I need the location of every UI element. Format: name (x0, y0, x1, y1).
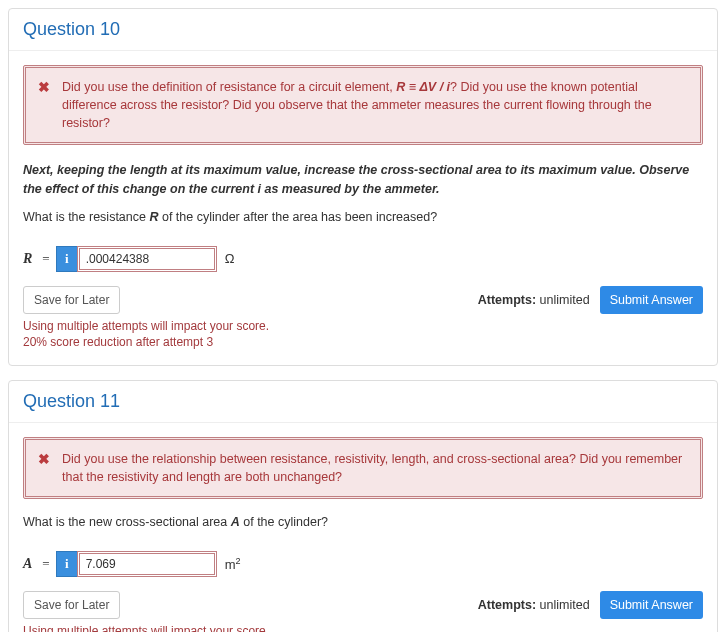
unit-label: Ω (225, 251, 235, 266)
feedback-box: ✖ Did you use the relationship between r… (23, 437, 703, 499)
question-body: ✖ Did you use the relationship between r… (9, 423, 717, 632)
instruction-text: Next, keeping the length at its maximum … (23, 161, 703, 197)
info-button[interactable]: i (56, 551, 78, 577)
submit-answer-button[interactable]: Submit Answer (600, 286, 703, 314)
incorrect-icon: ✖ (38, 79, 50, 95)
submit-answer-button[interactable]: Submit Answer (600, 591, 703, 619)
answer-lhs: R (23, 251, 32, 267)
prompt-post: of the cylinder? (240, 515, 328, 529)
attempts-label: Attempts: (478, 293, 536, 307)
question-header: Question 11 (9, 381, 717, 423)
answer-input[interactable] (77, 551, 217, 577)
right-actions: Attempts: unlimited Submit Answer (478, 591, 703, 619)
info-button[interactable]: i (56, 246, 78, 272)
feedback-pre: Did you use the definition of resistance… (62, 80, 396, 94)
save-for-later-button[interactable]: Save for Later (23, 286, 120, 314)
feedback-text: Did you use the relationship between res… (62, 450, 688, 486)
attempts-text: Attempts: unlimited (478, 598, 590, 612)
question-title: Question 11 (23, 391, 120, 411)
feedback-formula: R ≡ ΔV / i (396, 80, 450, 94)
answer-row: A = i m2 (23, 551, 703, 577)
prompt-symbol: A (231, 515, 240, 529)
question-header: Question 10 (9, 9, 717, 51)
attempts-label: Attempts: (478, 598, 536, 612)
question-10-block: Question 10 ✖ Did you use the definition… (8, 8, 718, 366)
answer-lhs: A (23, 556, 32, 572)
unit-base: m (225, 558, 236, 573)
score-warning: Using multiple attempts will impact your… (23, 623, 703, 632)
question-title: Question 10 (23, 19, 120, 39)
warning-line-1: Using multiple attempts will impact your… (23, 623, 703, 632)
warning-line-1: Using multiple attempts will impact your… (23, 318, 703, 335)
question-11-block: Question 11 ✖ Did you use the relationsh… (8, 380, 718, 632)
prompt-text: What is the resistance R of the cylinder… (23, 210, 703, 224)
prompt-text: What is the new cross-sectional area A o… (23, 515, 703, 529)
prompt-post: of the cylinder after the area has been … (158, 210, 437, 224)
right-actions: Attempts: unlimited Submit Answer (478, 286, 703, 314)
answer-row: R = i Ω (23, 246, 703, 272)
feedback-text: Did you use the definition of resistance… (62, 78, 688, 132)
save-for-later-button[interactable]: Save for Later (23, 591, 120, 619)
answer-input[interactable] (77, 246, 217, 272)
unit-sup: 2 (236, 556, 241, 566)
unit-label: m2 (225, 556, 241, 572)
action-row: Save for Later Attempts: unlimited Submi… (23, 591, 703, 619)
attempts-value: unlimited (540, 293, 590, 307)
score-warning: Using multiple attempts will impact your… (23, 318, 703, 352)
feedback-box: ✖ Did you use the definition of resistan… (23, 65, 703, 145)
warning-line-2: 20% score reduction after attempt 3 (23, 334, 703, 351)
attempts-text: Attempts: unlimited (478, 293, 590, 307)
attempts-value: unlimited (540, 598, 590, 612)
question-body: ✖ Did you use the definition of resistan… (9, 51, 717, 365)
equals-sign: = (42, 556, 49, 572)
prompt-pre: What is the new cross-sectional area (23, 515, 231, 529)
action-row: Save for Later Attempts: unlimited Submi… (23, 286, 703, 314)
incorrect-icon: ✖ (38, 451, 50, 467)
equals-sign: = (42, 251, 49, 267)
prompt-pre: What is the resistance (23, 210, 149, 224)
